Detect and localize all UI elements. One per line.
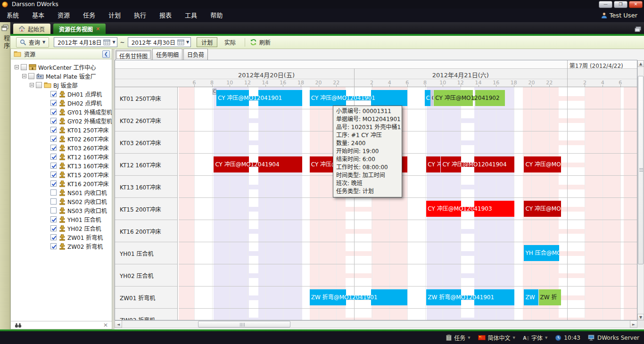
task-bar[interactable]: CY 冲压@MO12041904 bbox=[214, 154, 302, 176]
scroll-up-button[interactable]: ▲ bbox=[637, 60, 644, 67]
task-bar[interactable]: C bbox=[425, 87, 430, 109]
task-bar[interactable]: ZW 折 bbox=[539, 287, 561, 309]
menu-item-9[interactable]: 帮助 bbox=[204, 8, 229, 22]
tree-checkbox[interactable] bbox=[50, 216, 57, 222]
collapse-panel-button[interactable]: ❮ bbox=[102, 50, 110, 58]
scroll-right-button[interactable]: ► bbox=[630, 320, 637, 328]
restore-button[interactable]: ❐ bbox=[614, 1, 627, 8]
tree-checkbox[interactable] bbox=[21, 64, 27, 70]
window-list-icon[interactable] bbox=[635, 26, 641, 32]
tree-checkbox[interactable] bbox=[50, 145, 57, 151]
status-item-5[interactable]: DWorks Server bbox=[588, 335, 639, 341]
tree-checkbox[interactable] bbox=[36, 82, 42, 88]
status-caret-icon[interactable]: ▼ bbox=[468, 336, 470, 340]
task-bar[interactable]: CY 冲压@MO12041903 bbox=[426, 198, 514, 220]
menu-item-4[interactable]: 任务 bbox=[76, 8, 102, 22]
tree-checkbox[interactable] bbox=[50, 136, 57, 142]
tree-checkbox[interactable] bbox=[50, 225, 57, 231]
tree-checkbox[interactable] bbox=[50, 180, 57, 187]
close-button[interactable]: ✕ bbox=[629, 1, 643, 8]
tree-checkbox[interactable] bbox=[50, 172, 57, 178]
date-from-field[interactable]: 2012年 4月18日 ▼ bbox=[54, 37, 117, 47]
tree-expander-icon[interactable] bbox=[22, 74, 26, 78]
tree-checkbox[interactable] bbox=[50, 234, 57, 240]
task-bar[interactable]: CY 冲压@MO12041904 bbox=[441, 154, 514, 176]
tree-checkbox[interactable] bbox=[50, 100, 57, 106]
tree-item-kt16[interactable]: KT16 200T冲床 bbox=[11, 179, 112, 188]
minimize-button[interactable]: — bbox=[599, 1, 612, 8]
tree-item-yh02[interactable]: YH02 压合机 bbox=[11, 224, 112, 233]
horizontal-scrollbar[interactable] bbox=[115, 320, 637, 328]
tree-item-metal[interactable]: Metal Plate 钣金厂 bbox=[11, 72, 112, 81]
tree-checkbox[interactable] bbox=[50, 91, 57, 97]
tree-checkbox[interactable] bbox=[50, 163, 57, 169]
status-item-4[interactable]: 10:43 bbox=[555, 335, 580, 341]
tab-close-icon[interactable]: ✕ bbox=[96, 26, 100, 32]
tree-checkbox[interactable] bbox=[50, 207, 57, 213]
tree-item-ns01[interactable]: NS01 内收口机 bbox=[11, 188, 112, 197]
menu-item-1[interactable]: 系统 bbox=[0, 8, 25, 22]
footer-close-icon[interactable]: ✕ bbox=[103, 322, 108, 328]
tab-start-page[interactable]: 起始页 bbox=[13, 24, 50, 34]
query-button[interactable]: 查询 ▼ bbox=[16, 37, 49, 48]
task-bar[interactable]: CY 冲 bbox=[426, 154, 440, 176]
date-to-caret-icon[interactable]: ▼ bbox=[186, 40, 189, 44]
tree-item-kt12[interactable]: KT12 160T冲床 bbox=[11, 152, 112, 161]
tree-item-kt15[interactable]: KT15 200T冲床 bbox=[11, 170, 112, 179]
status-item-1[interactable]: 任务▼ bbox=[446, 334, 470, 342]
tree-checkbox[interactable] bbox=[50, 109, 57, 115]
vertical-scrollbar-thumb[interactable] bbox=[638, 76, 644, 264]
tree-item-yh01[interactable]: YH01 压合机 bbox=[11, 215, 112, 224]
status-caret-icon[interactable]: ▼ bbox=[513, 336, 515, 340]
tree-item-kt02[interactable]: KT02 260T冲床 bbox=[11, 134, 112, 143]
task-bar[interactable]: ZW 折弯@MO12041901 bbox=[426, 287, 514, 309]
scroll-left-button[interactable]: ◄ bbox=[115, 320, 122, 328]
tree-item-bj[interactable]: BJ 钣金部 bbox=[11, 81, 112, 90]
tab-task-detail[interactable]: 任务明细 bbox=[152, 49, 182, 60]
task-bar[interactable]: CY 冲压@MO12041901 bbox=[216, 87, 302, 109]
tree-checkbox[interactable] bbox=[50, 243, 57, 249]
menu-item-7[interactable]: 报表 bbox=[153, 8, 178, 22]
tree-item-gy01[interactable]: GY01 外桶成型机 bbox=[11, 107, 112, 116]
status-caret-icon[interactable]: ▼ bbox=[545, 336, 547, 340]
plan-toggle-button[interactable]: 计划 bbox=[197, 37, 217, 47]
menu-item-2[interactable]: 基本 bbox=[25, 8, 51, 22]
tree-item-kt13[interactable]: KT13 160T冲床 bbox=[11, 161, 112, 170]
status-item-3[interactable]: A字体▼ bbox=[523, 334, 547, 342]
date-from-caret-icon[interactable]: ▼ bbox=[112, 40, 115, 44]
menu-item-6[interactable]: 执行 bbox=[127, 8, 153, 22]
tree-item-zw01[interactable]: ZW01 折弯机 bbox=[11, 233, 112, 242]
tree-item-ns02[interactable]: NS02 内收口机 bbox=[11, 197, 112, 206]
menu-item-3[interactable]: 资源 bbox=[51, 8, 76, 22]
tree-checkbox[interactable] bbox=[28, 73, 34, 79]
tree-checkbox[interactable] bbox=[50, 198, 57, 205]
tree-item-kt03[interactable]: KT03 260T冲床 bbox=[11, 143, 112, 152]
task-bar[interactable]: CY 冲压@MO12041902 bbox=[434, 87, 505, 109]
tree-item-dh01[interactable]: DH01 点焊机 bbox=[11, 90, 112, 98]
tree-item-kt01[interactable]: KT01 250T冲床 bbox=[11, 125, 112, 134]
tab-daily-load[interactable]: 日负荷 bbox=[183, 49, 208, 60]
programs-panel-icon[interactable] bbox=[1, 25, 8, 31]
task-bar[interactable]: CY 冲压@MO1 bbox=[524, 198, 561, 220]
actual-toggle-button[interactable]: 实际 bbox=[220, 37, 240, 47]
status-item-2[interactable]: 简体中文▼ bbox=[478, 334, 515, 342]
tree-item-ns03[interactable]: NS03 内收口机 bbox=[11, 206, 112, 215]
tab-resource-task-view[interactable]: 资源任务视图 ✕ bbox=[53, 24, 106, 34]
scroll-down-button[interactable]: ▼ bbox=[637, 314, 644, 320]
menu-item-5[interactable]: 计划 bbox=[102, 8, 127, 22]
bar-resize-handle[interactable]: C bbox=[213, 89, 216, 95]
tree-expander-icon[interactable] bbox=[15, 65, 19, 69]
horizontal-scrollbar-thumb[interactable] bbox=[198, 321, 290, 328]
binoculars-icon[interactable] bbox=[15, 323, 22, 328]
tree-checkbox[interactable] bbox=[50, 154, 57, 160]
tab-task-gantt[interactable]: 任务甘特图 bbox=[116, 50, 151, 60]
task-bar[interactable]: C bbox=[430, 87, 434, 109]
tree-checkbox[interactable] bbox=[50, 127, 57, 133]
task-bar[interactable]: ZW bbox=[524, 287, 538, 309]
task-bar[interactable]: ZW 折弯@MO12041901 bbox=[310, 287, 407, 309]
tree-expander-icon[interactable] bbox=[30, 83, 34, 87]
tree-item-zw02[interactable]: ZW02 折弯机 bbox=[11, 242, 112, 251]
tree-item-dh02[interactable]: DH02 点焊机 bbox=[11, 98, 112, 107]
task-bar[interactable]: CY 冲压@MO1 bbox=[524, 154, 561, 176]
task-bar[interactable]: YH 压合@MO1 bbox=[524, 242, 559, 264]
